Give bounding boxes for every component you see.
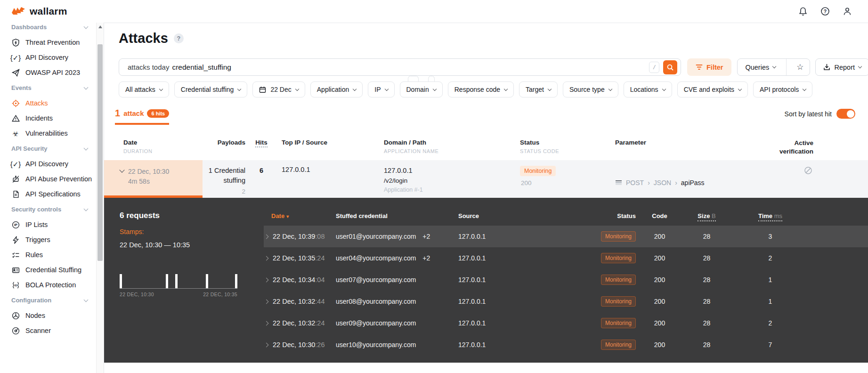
chevron-down-icon bbox=[738, 87, 742, 90]
filter-chip-application[interactable]: Application bbox=[310, 81, 363, 97]
chevron-right-icon bbox=[264, 256, 269, 260]
sidebar-item-owasp-api-2023[interactable]: OWASP API 2023 bbox=[11, 65, 96, 80]
braces-id-icon: ID bbox=[11, 281, 20, 289]
request-row[interactable]: 22 Dec, 10:30:26 user10@yourcompany.com … bbox=[264, 334, 868, 356]
stamps-link[interactable]: Stamps: bbox=[120, 228, 264, 235]
chevron-down-icon bbox=[84, 24, 89, 29]
col-domain: Domain / Path bbox=[384, 139, 426, 146]
sidebar-item-scanner[interactable]: Scanner bbox=[11, 323, 96, 338]
filter-button[interactable]: Filter bbox=[687, 58, 731, 76]
stuffed-credential: user04@yourcompany.com bbox=[336, 254, 416, 262]
search-input[interactable]: attacks todaycredential_stuffing / bbox=[119, 58, 681, 76]
sidebar-item-bola-protection[interactable]: ID BOLA Protection bbox=[11, 277, 96, 292]
chevron-down-icon bbox=[608, 87, 612, 90]
sidebar-item-rules[interactable]: Rules bbox=[11, 247, 96, 262]
sidebar-item-api-discovery[interactable]: {✓} API Discovery bbox=[11, 50, 96, 65]
attack-count-label: attack bbox=[123, 109, 144, 117]
search-button[interactable] bbox=[663, 60, 677, 74]
attack-date-cell[interactable]: 22 Dec, 10:304m 58s bbox=[104, 160, 203, 198]
results-tab-row: 1 attack 6 hits Sort by latest hit bbox=[119, 108, 855, 125]
sidebar-item-nodes[interactable]: Nodes bbox=[11, 308, 96, 323]
request-row[interactable]: 22 Dec, 10:34:04 user07@yourcompany.com … bbox=[264, 269, 868, 291]
filter-chip-cve-and-exploits[interactable]: CVE and exploits bbox=[677, 81, 748, 97]
bell-icon[interactable] bbox=[798, 7, 808, 16]
request-row[interactable]: 22 Dec, 10:39:08 user01@yourcompany.com+… bbox=[264, 226, 868, 247]
sidebar-item-attacks[interactable]: Attacks bbox=[11, 96, 96, 111]
sidebar-section-events[interactable]: Events bbox=[11, 80, 96, 96]
filter-chip-credential-stuffing[interactable]: Credential stuffing bbox=[174, 81, 248, 97]
filter-chip-ip[interactable]: IP bbox=[368, 81, 394, 97]
filter-icon bbox=[696, 64, 703, 70]
attack-row[interactable]: 22 Dec, 10:304m 58s 1 Credential stuffin… bbox=[104, 160, 868, 198]
sidebar-section-api-security[interactable]: API Security bbox=[11, 141, 96, 156]
sort-toggle[interactable] bbox=[836, 109, 855, 119]
response-code: 200 bbox=[640, 233, 680, 240]
sidebar-item-credential-stuffing[interactable]: Credential Stuffing bbox=[11, 262, 96, 277]
scrollbar-up-arrow[interactable] bbox=[98, 25, 102, 28]
sidebar-item-threat-prevention[interactable]: Threat Prevention bbox=[11, 35, 96, 50]
sidebar-item-label: Incidents bbox=[25, 114, 53, 122]
sidebar-item-incidents[interactable]: Incidents bbox=[11, 111, 96, 126]
sidebar-item-api-specifications[interactable]: API Specifications bbox=[11, 186, 96, 202]
filter-chip-response-code[interactable]: Response code bbox=[448, 81, 514, 97]
queries-button[interactable]: Queries bbox=[738, 59, 782, 75]
col-status-code: STATUS CODE bbox=[520, 148, 612, 154]
sidebar-item-label: Credential Stuffing bbox=[25, 266, 81, 274]
col-req-date-sorted[interactable]: Date▾ bbox=[264, 212, 336, 219]
sidebar-item-vulnerabilities[interactable]: ☣ Vulnerabilities bbox=[11, 126, 96, 141]
filter-chip-target[interactable]: Target bbox=[519, 81, 558, 97]
extra-credentials-badge: +2 bbox=[422, 233, 430, 240]
response-size: 28 bbox=[680, 254, 734, 262]
tab-attacks-count[interactable]: 1 attack 6 hits bbox=[115, 108, 169, 125]
wallarm-console: wallarm ? Dashboards Threat Prevention bbox=[0, 0, 868, 373]
stuffed-credential: user10@yourcompany.com bbox=[336, 341, 416, 349]
filter-chip-api-protocols[interactable]: API protocols bbox=[753, 81, 812, 97]
sidebar-item-label: API Abuse Prevention bbox=[25, 175, 92, 183]
status-badge: Monitoring bbox=[520, 166, 556, 176]
sidebar-section-configuration[interactable]: Configuration bbox=[11, 292, 96, 308]
keyboard-shortcut-hint: / bbox=[649, 62, 659, 73]
chevron-right-icon bbox=[264, 342, 269, 347]
chevron-right-icon bbox=[264, 234, 269, 239]
filter-chip-locations[interactable]: Locations bbox=[624, 81, 672, 97]
help-icon[interactable]: ? bbox=[820, 7, 830, 16]
favorite-star-icon[interactable]: ☆ bbox=[790, 59, 810, 75]
filter-chip-domain[interactable]: Domain bbox=[400, 81, 443, 97]
filter-chip-all-attacks[interactable]: All attacks bbox=[119, 81, 169, 97]
request-row[interactable]: 22 Dec, 10:32:24 user09@yourcompany.com … bbox=[264, 312, 868, 334]
col-time-sortable[interactable]: Time ms bbox=[734, 212, 807, 219]
sidebar-scrollbar[interactable] bbox=[96, 23, 104, 373]
stamps-histogram-labels: 22 DEC, 10:30 22 DEC, 10:35 bbox=[120, 292, 237, 297]
request-source: 127.0.0.1 bbox=[458, 319, 585, 327]
response-time: 2 bbox=[734, 319, 807, 327]
sidebar-section-dashboards[interactable]: Dashboards bbox=[11, 23, 96, 35]
attack-payloads-count: 2 bbox=[203, 187, 245, 196]
download-icon bbox=[823, 64, 830, 71]
user-icon[interactable] bbox=[843, 7, 852, 16]
sidebar-item-triggers[interactable]: Triggers bbox=[11, 232, 96, 247]
sidebar-item-label: OWASP API 2023 bbox=[25, 69, 80, 76]
sidebar-item-label: Attacks bbox=[25, 99, 48, 107]
wallarm-logo[interactable]: wallarm bbox=[0, 6, 67, 17]
status-badge: Monitoring bbox=[601, 231, 636, 242]
sidebar-section-security-controls[interactable]: Security controls bbox=[11, 202, 96, 217]
scrollbar-thumb[interactable] bbox=[97, 44, 103, 261]
shield-bolt-icon bbox=[11, 38, 20, 47]
filter-chip-source-type[interactable]: Source type bbox=[563, 81, 618, 97]
filter-chip-date[interactable]: 22 Dec bbox=[252, 81, 305, 97]
sidebar-item-api-abuse-prevention[interactable]: API Abuse Prevention bbox=[11, 171, 96, 186]
col-hits-sortable[interactable]: Hits bbox=[255, 139, 268, 147]
col-size-sortable[interactable]: Size B bbox=[680, 212, 734, 219]
sidebar-item-api-discovery-2[interactable]: {✓} API Discovery bbox=[11, 156, 96, 171]
sidebar-item-ip-lists[interactable]: IP IP Lists bbox=[11, 217, 96, 232]
request-row[interactable]: 22 Dec, 10:32:44 user08@yourcompany.com … bbox=[264, 291, 868, 312]
request-row[interactable]: 22 Dec, 10:35:24 user04@yourcompany.com+… bbox=[264, 247, 868, 269]
report-button[interactable]: Report bbox=[815, 58, 868, 76]
response-code: 200 bbox=[640, 276, 680, 284]
response-time: 1 bbox=[734, 298, 807, 305]
radar-icon bbox=[11, 326, 20, 335]
request-source: 127.0.0.1 bbox=[458, 298, 585, 305]
page-help-icon[interactable]: ? bbox=[174, 33, 184, 43]
report-label: Report bbox=[834, 64, 855, 71]
col-payloads: Payloads bbox=[203, 139, 245, 155]
